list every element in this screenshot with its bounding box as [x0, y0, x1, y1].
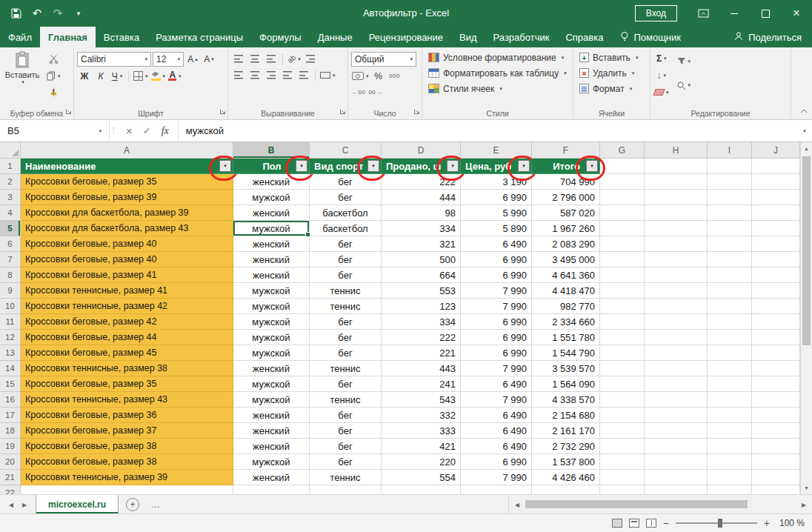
align-bottom-button[interactable] [264, 52, 279, 66]
filter-button-B[interactable]: ▾ [296, 160, 307, 172]
cell-F17[interactable]: 2 154 680 [532, 408, 600, 423]
cell-G21[interactable] [600, 470, 645, 485]
tab-Рецензирование[interactable]: Рецензирование [361, 27, 451, 47]
cell-A7[interactable]: Кроссовки беговые, размер 40 [21, 252, 233, 267]
column-header-D[interactable]: D [382, 142, 461, 159]
cell-G22[interactable] [600, 485, 645, 494]
cell-G12[interactable] [600, 330, 645, 345]
cell-F15[interactable]: 1 564 090 [532, 376, 600, 392]
cell-H11[interactable] [645, 314, 708, 330]
cell-F1[interactable]: Итого▾ [532, 159, 600, 174]
new-sheet-button[interactable] [126, 498, 139, 511]
cell-styles-button[interactable]: Стили ячеек [425, 81, 570, 96]
row-header-9[interactable]: 9 [0, 283, 21, 299]
cell-B9[interactable]: мужской [233, 283, 310, 299]
cell-J14[interactable] [752, 361, 800, 376]
cell-C7[interactable]: бег [310, 252, 382, 267]
cell-J18[interactable] [752, 423, 800, 439]
delete-cells-button[interactable]: Удалить [576, 65, 647, 81]
cell-E5[interactable]: 5 890 [461, 221, 532, 236]
cell-D5[interactable]: 334 [382, 221, 461, 236]
cell-F21[interactable]: 4 426 460 [532, 470, 600, 485]
fill-button[interactable] [653, 68, 670, 82]
cell-C2[interactable]: бег [310, 174, 382, 190]
cell-J15[interactable] [752, 376, 800, 392]
cell-G2[interactable] [600, 174, 645, 190]
italic-button[interactable]: К [93, 69, 108, 83]
row-header-2[interactable]: 2 [0, 174, 21, 190]
collapse-ribbon-button[interactable] [800, 103, 808, 116]
cell-J17[interactable] [752, 408, 800, 423]
cell-C10[interactable]: теннис [310, 299, 382, 314]
cell-F13[interactable]: 1 544 790 [532, 345, 600, 361]
cell-H15[interactable] [645, 376, 708, 392]
cell-D18[interactable]: 333 [382, 423, 461, 439]
cell-A22[interactable] [21, 485, 233, 494]
cell-J3[interactable] [752, 190, 800, 205]
cell-H9[interactable] [645, 283, 708, 299]
enter-icon[interactable] [143, 125, 151, 136]
zoom-in-button[interactable] [764, 517, 770, 529]
cell-G9[interactable] [600, 283, 645, 299]
cell-G14[interactable] [600, 361, 645, 376]
cell-I6[interactable] [708, 236, 752, 252]
cell-I8[interactable] [708, 267, 752, 283]
cell-B15[interactable]: мужской [233, 376, 310, 392]
cell-C9[interactable]: теннис [310, 283, 382, 299]
horizontal-scrollbar[interactable] [508, 495, 812, 513]
tab-Формулы[interactable]: Формулы [251, 27, 310, 47]
cell-C20[interactable]: бег [310, 454, 382, 470]
cell-H4[interactable] [645, 205, 708, 221]
align-center-button[interactable] [247, 68, 262, 82]
sort-filter-button[interactable] [676, 51, 692, 72]
cell-B5[interactable]: мужской [233, 221, 310, 236]
cell-H6[interactable] [645, 236, 708, 252]
cell-C1[interactable]: Вид спорт▾ [310, 159, 382, 174]
cell-I21[interactable] [708, 470, 752, 485]
cell-E16[interactable]: 7 990 [461, 392, 532, 408]
tab-Разметка страницы[interactable]: Разметка страницы [147, 27, 251, 47]
insert-cells-button[interactable]: Вставить [576, 50, 647, 65]
cell-H1[interactable] [645, 159, 708, 174]
cell-H2[interactable] [645, 174, 708, 190]
align-middle-button[interactable] [247, 52, 262, 66]
cell-E21[interactable]: 7 990 [461, 470, 532, 485]
filter-button-A[interactable]: ▾ [219, 160, 231, 172]
cell-I15[interactable] [708, 376, 752, 392]
cell-J1[interactable] [752, 159, 800, 174]
cell-G6[interactable] [600, 236, 645, 252]
cell-G17[interactable] [600, 408, 645, 423]
cell-A11[interactable]: Кроссовки беговые, размер 42 [21, 314, 233, 330]
cell-C19[interactable]: бег [310, 439, 382, 454]
merge-center-button[interactable] [319, 68, 336, 82]
cell-B7[interactable]: женский [233, 252, 310, 267]
zoom-slider-thumb[interactable] [718, 519, 722, 528]
cell-E20[interactable]: 6 990 [461, 454, 532, 470]
row-header-3[interactable]: 3 [0, 190, 21, 205]
copy-button[interactable] [46, 69, 61, 83]
format-cells-button[interactable]: Формат [576, 81, 647, 96]
underline-button[interactable]: Ч [110, 69, 124, 83]
cell-B13[interactable]: мужской [233, 345, 310, 361]
cell-J22[interactable] [752, 485, 800, 494]
tab-Данные[interactable]: Данные [310, 27, 361, 47]
cell-C3[interactable]: бег [310, 190, 382, 205]
filter-button-E[interactable]: ▾ [518, 160, 530, 172]
fill-handle[interactable] [305, 232, 310, 237]
cell-H17[interactable] [645, 408, 708, 423]
cell-D14[interactable]: 443 [382, 361, 461, 376]
cell-A8[interactable]: Кроссовки беговые, размер 41 [21, 267, 233, 283]
cell-A4[interactable]: Кроссовки для баскетбола, размер 39 [21, 205, 233, 221]
increase-indent-button[interactable] [296, 68, 311, 82]
row-header-10[interactable]: 10 [0, 299, 21, 314]
cell-A3[interactable]: Кроссовки беговые, размер 39 [21, 190, 233, 205]
normal-view-button[interactable] [612, 519, 622, 528]
cell-E2[interactable]: 3 190 [461, 174, 532, 190]
column-header-E[interactable]: E [461, 142, 532, 159]
font-name-select[interactable]: Calibri [77, 52, 151, 67]
tab-Разработчик[interactable]: Разработчик [485, 27, 558, 47]
cell-C13[interactable]: бег [310, 345, 382, 361]
cell-F18[interactable]: 2 161 170 [532, 423, 600, 439]
undo-icon[interactable]: ↶ [28, 4, 46, 23]
format-as-table-button[interactable]: Форматировать как таблицу [425, 65, 570, 81]
